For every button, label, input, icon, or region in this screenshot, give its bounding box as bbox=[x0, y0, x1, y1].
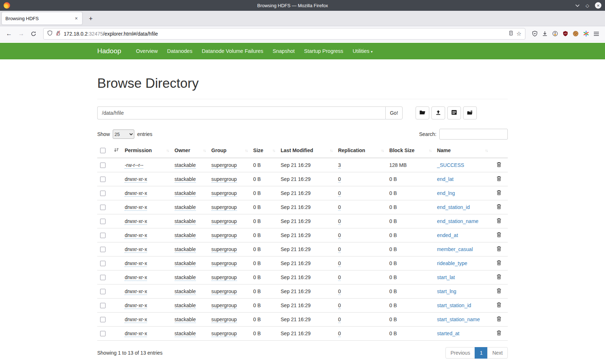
file-name-link[interactable]: end_lng bbox=[437, 190, 455, 196]
replication-value[interactable]: 0 bbox=[338, 288, 341, 295]
new-tab-button[interactable]: + bbox=[85, 13, 96, 24]
owner-value[interactable]: stackable bbox=[175, 232, 196, 239]
file-name-link[interactable]: started_at bbox=[437, 331, 459, 336]
delete-trash-icon[interactable] bbox=[497, 317, 501, 323]
delete-trash-icon[interactable] bbox=[497, 177, 501, 182]
downloads-icon[interactable] bbox=[542, 31, 548, 37]
sort-icons[interactable]: ↑↓ bbox=[381, 148, 384, 153]
hadoop-brand[interactable]: Hadoop bbox=[97, 47, 121, 55]
permission-value[interactable]: drwxr-xr-x bbox=[125, 176, 147, 183]
page-size-select[interactable]: 25 bbox=[113, 129, 134, 139]
permission-value[interactable]: drwxr-xr-x bbox=[125, 218, 147, 225]
url-bar[interactable]: 172.18.0.2:32475/explorer.html#/data/hfi… bbox=[43, 28, 525, 40]
row-checkbox[interactable] bbox=[100, 303, 106, 308]
row-checkbox[interactable] bbox=[100, 163, 106, 168]
replication-value[interactable]: 0 bbox=[338, 204, 341, 211]
delete-trash-icon[interactable] bbox=[497, 261, 501, 267]
column-header-last-modified[interactable]: ↑↓Last Modified bbox=[278, 144, 335, 158]
group-value[interactable]: supergroup bbox=[211, 302, 237, 309]
file-name-link[interactable]: end_station_id bbox=[437, 204, 470, 210]
permission-value[interactable]: drwxr-xr-x bbox=[125, 302, 147, 309]
delete-trash-icon[interactable] bbox=[497, 303, 501, 309]
nav-dropdown-utilities[interactable]: Utilities▾ bbox=[348, 43, 377, 59]
search-input[interactable] bbox=[439, 129, 508, 140]
group-value[interactable]: supergroup bbox=[211, 204, 237, 211]
previous-page-button[interactable]: Previous bbox=[445, 347, 475, 359]
replication-value[interactable]: 0 bbox=[338, 274, 341, 281]
create-directory-button[interactable] bbox=[416, 106, 429, 119]
nav-item-startup-progress[interactable]: Startup Progress bbox=[299, 48, 348, 54]
row-checkbox[interactable] bbox=[100, 275, 106, 280]
sort-amount-icon[interactable] bbox=[114, 147, 119, 154]
browser-tab[interactable]: Browsing HDFS × bbox=[1, 12, 82, 25]
window-minimize-icon[interactable] bbox=[575, 4, 580, 7]
nav-item-snapshot[interactable]: Snapshot bbox=[268, 48, 299, 54]
row-checkbox[interactable] bbox=[100, 191, 106, 196]
delete-trash-icon[interactable] bbox=[497, 163, 501, 168]
select-all-checkbox[interactable] bbox=[100, 148, 106, 153]
column-header-permission[interactable]: ↑↓Permission bbox=[122, 144, 171, 158]
url-text[interactable]: 172.18.0.2:32475/explorer.html#/data/hfi… bbox=[64, 31, 506, 37]
group-value[interactable]: supergroup bbox=[211, 162, 237, 169]
replication-value[interactable]: 3 bbox=[338, 162, 341, 169]
delete-trash-icon[interactable] bbox=[497, 233, 501, 238]
delete-trash-icon[interactable] bbox=[497, 275, 501, 281]
sort-icons[interactable]: ↑↓ bbox=[429, 148, 431, 153]
forward-icon[interactable]: → bbox=[16, 28, 27, 39]
permission-value[interactable]: drwxr-xr-x bbox=[125, 260, 147, 267]
sort-icons[interactable]: ↑↓ bbox=[485, 148, 488, 153]
cookie-extension-icon[interactable] bbox=[573, 31, 579, 37]
upload-file-button[interactable] bbox=[431, 106, 445, 119]
replication-value[interactable]: 0 bbox=[338, 317, 341, 323]
file-name-link[interactable]: end_lat bbox=[437, 176, 453, 182]
permission-value[interactable]: -rw-r--r-- bbox=[125, 162, 143, 169]
column-header-block-size[interactable]: ↑↓Block Size bbox=[386, 144, 434, 158]
file-name-link[interactable]: start_station_id bbox=[437, 302, 471, 308]
tab-close-icon[interactable]: × bbox=[74, 15, 79, 21]
file-name-link[interactable]: _SUCCESS bbox=[437, 162, 464, 168]
group-value[interactable]: supergroup bbox=[211, 176, 237, 183]
sort-icons[interactable]: ↑↓ bbox=[330, 148, 332, 153]
next-page-button[interactable]: Next bbox=[487, 347, 508, 359]
window-maximize-icon[interactable]: ◇ bbox=[586, 3, 589, 8]
row-checkbox[interactable] bbox=[100, 261, 106, 266]
permission-value[interactable]: drwxr-xr-x bbox=[125, 190, 147, 197]
row-checkbox[interactable] bbox=[100, 247, 106, 252]
group-value[interactable]: supergroup bbox=[211, 190, 237, 197]
group-value[interactable]: supergroup bbox=[211, 317, 237, 323]
nav-item-datanodes[interactable]: Datanodes bbox=[162, 48, 197, 54]
file-info-button[interactable] bbox=[447, 106, 461, 119]
permission-value[interactable]: drwxr-xr-x bbox=[125, 331, 147, 337]
column-header-name[interactable]: ↑↓Name bbox=[434, 144, 490, 158]
reload-icon[interactable] bbox=[28, 28, 39, 39]
permission-value[interactable]: drwxr-xr-x bbox=[125, 317, 147, 323]
replication-value[interactable]: 0 bbox=[338, 218, 341, 225]
reader-view-icon[interactable] bbox=[508, 30, 514, 37]
owner-value[interactable]: stackable bbox=[175, 288, 196, 295]
bookmark-star-icon[interactable]: ☆ bbox=[516, 30, 521, 37]
owner-value[interactable]: stackable bbox=[175, 260, 196, 267]
owner-value[interactable]: stackable bbox=[175, 218, 196, 225]
owner-value[interactable]: stackable bbox=[175, 274, 196, 281]
delete-trash-icon[interactable] bbox=[497, 289, 501, 295]
owner-value[interactable]: stackable bbox=[175, 162, 196, 169]
owner-value[interactable]: stackable bbox=[175, 190, 196, 197]
group-value[interactable]: supergroup bbox=[211, 246, 237, 253]
column-header-group[interactable]: ↑↓Group bbox=[209, 144, 250, 158]
row-checkbox[interactable] bbox=[100, 219, 106, 224]
replication-value[interactable]: 0 bbox=[338, 232, 341, 239]
column-header-select[interactable] bbox=[97, 144, 122, 158]
column-header-owner[interactable]: ↑↓Owner bbox=[172, 144, 209, 158]
owner-value[interactable]: stackable bbox=[175, 331, 196, 337]
replication-value[interactable]: 0 bbox=[338, 302, 341, 309]
replication-value[interactable]: 0 bbox=[338, 246, 341, 253]
permission-value[interactable]: drwxr-xr-x bbox=[125, 246, 147, 253]
delete-trash-icon[interactable] bbox=[497, 247, 501, 252]
file-name-link[interactable]: rideable_type bbox=[437, 260, 467, 266]
nav-item-datanode-volume-failures[interactable]: Datanode Volume Failures bbox=[197, 48, 268, 54]
delete-trash-icon[interactable] bbox=[497, 219, 501, 224]
replication-value[interactable]: 0 bbox=[338, 190, 341, 197]
group-value[interactable]: supergroup bbox=[211, 232, 237, 239]
sort-icons[interactable]: ↑↓ bbox=[203, 148, 206, 153]
back-icon[interactable]: ← bbox=[4, 28, 14, 39]
